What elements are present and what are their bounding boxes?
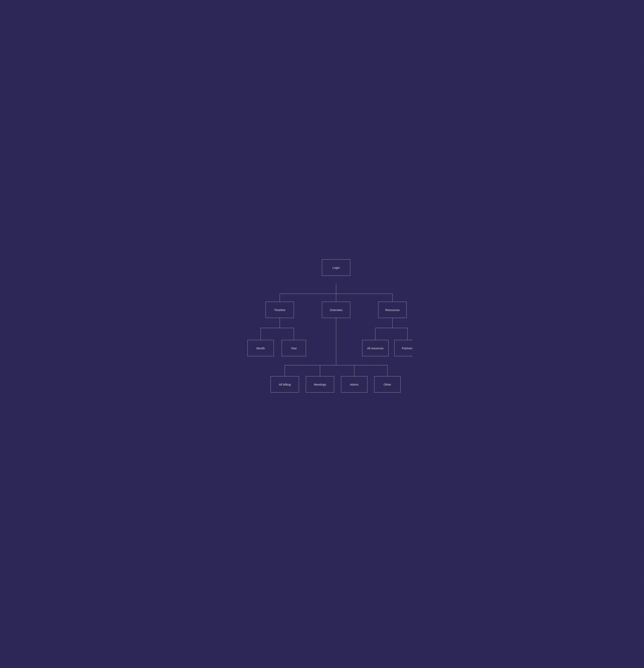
admin-label: Admin	[350, 383, 359, 386]
resources-label: Resources	[385, 308, 400, 312]
month-label: Month	[256, 347, 265, 350]
all-resources-label: All resources	[367, 347, 383, 350]
meetings-label: Meetings	[314, 383, 326, 386]
all-billing-label: All billing	[279, 383, 290, 386]
tree-container: Login Timeline Overview Resources Month …	[211, 239, 433, 429]
tree-diagram: Login Timeline Overview Resources Month …	[232, 252, 412, 416]
year-label: Year	[291, 347, 297, 350]
partners-label: Partners	[402, 347, 412, 350]
timeline-label: Timeline	[274, 308, 285, 312]
other-label: Other	[383, 383, 391, 386]
login-label: Login	[332, 266, 340, 269]
overview-label: Overview	[330, 308, 343, 312]
